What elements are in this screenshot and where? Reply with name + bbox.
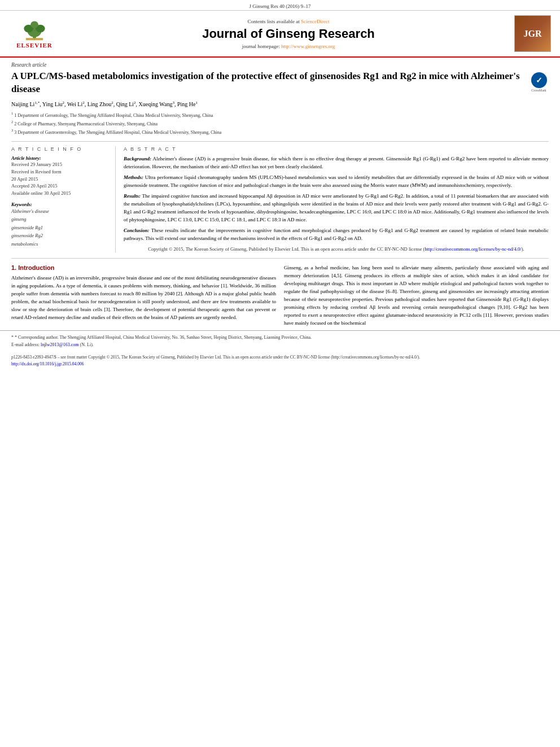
elsevier-logo: ELSEVIER (9, 18, 60, 49)
intro-heading: 1. Introduction (11, 264, 276, 271)
intro-left-para1: Alzheimer's disease (AD) is an irreversi… (11, 274, 276, 322)
crossmark-label: CrossMark (531, 89, 546, 92)
keywords-list: Alzheimer's disease ginseng ginsenoside … (11, 207, 110, 248)
crossmark-area: ✓ CrossMark (529, 72, 549, 92)
page-wrapper: J Ginseng Res 40 (2016) 9–17 ELSEVIER (0, 0, 560, 372)
journal-citation: J Ginseng Res 40 (2016) 9–17 (249, 3, 310, 9)
keywords-label: Keywords: (11, 202, 110, 207)
conclusion-text: These results indicate that the improvem… (124, 228, 549, 241)
bottom-line2: http://dx.doi.org/10.1016/j.jgr.2015.04.… (11, 361, 549, 367)
results-text: The impaired cognitive function and incr… (124, 193, 549, 222)
footnote-area: * * Corresponding author. The Shengjing … (0, 330, 560, 352)
keyword-4: ginsenoside Rg2 (11, 231, 110, 239)
journal-header: ELSEVIER Contents lists available at Sci… (0, 11, 560, 58)
bottom-line1: p1226-8453 e2093-4947/$ – see front matt… (11, 354, 549, 360)
intro-left-col: 1. Introduction Alzheimer's disease (AD)… (11, 264, 276, 330)
journal-top-bar: J Ginseng Res 40 (2016) 9–17 (0, 0, 560, 11)
methods-label: Methods: (124, 174, 143, 180)
info-abstract-section: A R T I C L E I N F O Article history: R… (11, 141, 549, 252)
article-title-row: A UPLC/MS-based metabolomics investigati… (11, 70, 549, 96)
affiliation-2: 2 2 College of Pharmacy, Shenyang Pharma… (11, 119, 549, 128)
bottom-note: p1226-8453 e2093-4947/$ – see front matt… (0, 352, 560, 372)
keyword-3: ginsenoside Rg1 (11, 224, 110, 231)
keyword-5: metabolomics (11, 240, 110, 248)
sciencedirect-link[interactable]: ScienceDirect (301, 19, 329, 24)
homepage-line: journal homepage: http://www.ginsengres.… (71, 43, 506, 49)
background-label: Background: (124, 156, 151, 161)
history-block: Article history: Received 29 January 201… (11, 155, 110, 197)
footnote-star-text: * Corresponding author. The Shengjing Af… (15, 335, 312, 340)
footnote-email-line: E-mail address: lnjlw2013@163.com (N. Li… (11, 342, 549, 349)
email-label: E-mail address: (11, 342, 40, 347)
journal-header-center: Contents lists available at ScienceDirec… (71, 19, 506, 49)
elsevier-tree-icon (18, 19, 51, 41)
intro-section: 1. Introduction Alzheimer's disease (AD)… (11, 264, 549, 330)
keyword-1: Alzheimer's disease (11, 207, 110, 215)
methods-text: Ultra performance liquid chromatography … (124, 174, 549, 188)
article-title: A UPLC/MS-based metabolomics investigati… (11, 70, 524, 96)
affiliation-3: 3 3 Department of Gastroenterology, The … (11, 128, 549, 136)
abstract-background: Background: Alzheimer's disease (AD) is … (124, 155, 549, 171)
footnote-email-suffix: (N. Li). (80, 342, 94, 347)
copyright-line: Copyright © 2015, The Korean Society of … (124, 246, 549, 253)
abstract-col: A B S T R A C T Background: Alzheimer's … (124, 146, 549, 252)
elsevier-text: ELSEVIER (16, 42, 53, 49)
elsevier-logo-area: ELSEVIER (9, 18, 71, 49)
results-label: Results: (124, 193, 141, 199)
available-date: Available online 30 April 2015 (11, 190, 110, 197)
article-info-col: A R T I C L E I N F O Article history: R… (11, 146, 116, 252)
svg-point-4 (30, 21, 38, 28)
revised-date: 20 April 2015 (11, 176, 110, 183)
doi-link[interactable]: http://dx.doi.org/10.1016/j.jgr.2015.04.… (11, 361, 84, 366)
article-type: Research article (11, 62, 549, 68)
abstract-heading: A B S T R A C T (124, 146, 549, 152)
sciencedirect-line: Contents lists available at ScienceDirec… (71, 19, 506, 24)
footnote-corresponding: * * Corresponding author. The Shengjing … (11, 334, 549, 342)
received-date: Received 29 January 2015 (11, 161, 110, 168)
content-area: Research article A UPLC/MS-based metabol… (0, 58, 560, 330)
intro-right-para1: Ginseng, as a herbal medicine, has long … (284, 264, 549, 327)
received-revised-label: Received in Revised form (11, 168, 110, 176)
homepage-link[interactable]: http://www.ginsengres.org (281, 43, 335, 49)
abstract-results: Results: The impaired cognitive function… (124, 193, 549, 224)
history-label: Article history: (11, 155, 110, 161)
keyword-2: ginseng (11, 215, 110, 223)
jgr-logo-area: JGR (506, 15, 551, 52)
section-divider (11, 258, 549, 259)
crossmark-icon: ✓ (531, 72, 547, 88)
jgr-logo: JGR (514, 15, 551, 52)
journal-title: Journal of Ginseng Research (71, 27, 506, 41)
background-text: Alzheimer's disease (AD) is a progressiv… (124, 156, 549, 169)
keywords-block: Keywords: Alzheimer's disease ginseng gi… (11, 202, 110, 248)
affiliations: 1 1 Department of Gerontology, The Sheng… (11, 111, 549, 136)
license-link[interactable]: http://creativecommons.org/licenses/by-n… (425, 246, 521, 252)
abstract-conclusion: Conclusion: These results indicate that … (124, 227, 549, 243)
intro-right-col: Ginseng, as a herbal medicine, has long … (284, 264, 549, 330)
conclusion-label: Conclusion: (124, 228, 150, 233)
abstract-methods: Methods: Ultra performance liquid chroma… (124, 174, 549, 190)
article-info-heading: A R T I C L E I N F O (11, 146, 110, 152)
accepted-date: Accepted 20 April 2015 (11, 182, 110, 190)
authors-line: Naijing Li1,*, Ying Liu2, Wei Li2, Ling … (11, 101, 549, 108)
affiliation-1: 1 1 Department of Gerontology, The Sheng… (11, 111, 549, 119)
footnote-email-link[interactable]: lnjlw2013@163.com (41, 342, 79, 347)
copyright-text: Copyright © 2015, The Korean Society of … (148, 246, 524, 252)
